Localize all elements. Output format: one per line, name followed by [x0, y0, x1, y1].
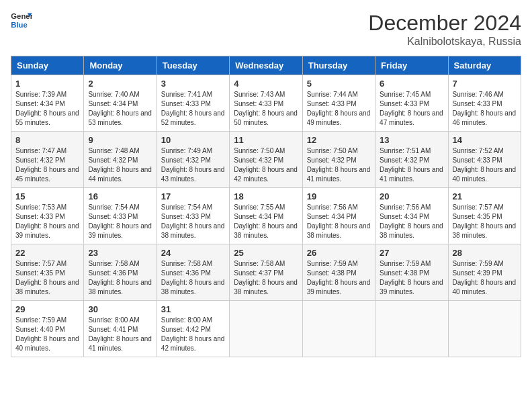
calendar-cell: 13Sunrise: 7:51 AMSunset: 4:32 PMDayligh…: [375, 132, 448, 188]
calendar-cell: 15Sunrise: 7:53 AMSunset: 4:33 PMDayligh…: [11, 188, 84, 244]
calendar-cell: 25Sunrise: 7:58 AMSunset: 4:37 PMDayligh…: [230, 244, 302, 301]
cell-text: Sunrise: 7:53 AMSunset: 4:33 PMDaylight:…: [15, 203, 79, 239]
calendar-cell: 10Sunrise: 7:49 AMSunset: 4:32 PMDayligh…: [157, 132, 229, 188]
day-number: 24: [161, 248, 225, 258]
day-number: 13: [380, 135, 443, 145]
calendar-cell: 19Sunrise: 7:56 AMSunset: 4:34 PMDayligh…: [302, 188, 375, 244]
calendar-cell: 6Sunrise: 7:45 AMSunset: 4:33 PMDaylight…: [375, 75, 448, 132]
day-number: 15: [15, 191, 79, 201]
calendar-day-header: Friday: [375, 56, 448, 75]
calendar-cell: [302, 301, 375, 357]
cell-text: Sunrise: 7:57 AMSunset: 4:35 PMDaylight:…: [453, 203, 517, 239]
cell-text: Sunrise: 7:56 AMSunset: 4:34 PMDaylight:…: [380, 203, 443, 239]
day-number: 16: [88, 191, 152, 201]
logo: General Blue: [11, 11, 32, 30]
cell-text: Sunrise: 7:50 AMSunset: 4:32 PMDaylight:…: [234, 147, 298, 183]
calendar-cell: 2Sunrise: 7:40 AMSunset: 4:34 PMDaylight…: [84, 75, 157, 132]
calendar-cell: 26Sunrise: 7:59 AMSunset: 4:38 PMDayligh…: [302, 244, 375, 301]
calendar-cell: 14Sunrise: 7:52 AMSunset: 4:33 PMDayligh…: [448, 132, 521, 188]
day-number: 3: [161, 79, 225, 89]
cell-text: Sunrise: 7:40 AMSunset: 4:34 PMDaylight:…: [88, 91, 152, 126]
calendar-cell: 5Sunrise: 7:44 AMSunset: 4:33 PMDaylight…: [302, 75, 375, 132]
cell-text: Sunrise: 7:59 AMSunset: 4:38 PMDaylight:…: [380, 260, 443, 295]
day-number: 18: [234, 191, 298, 201]
day-number: 28: [453, 248, 517, 258]
day-number: 6: [380, 79, 443, 89]
cell-text: Sunrise: 7:56 AMSunset: 4:34 PMDaylight:…: [307, 203, 371, 239]
cell-text: Sunrise: 7:51 AMSunset: 4:32 PMDaylight:…: [380, 147, 443, 183]
calendar-cell: 3Sunrise: 7:41 AMSunset: 4:33 PMDaylight…: [157, 75, 229, 132]
day-number: 29: [15, 304, 79, 314]
cell-text: Sunrise: 8:00 AMSunset: 4:41 PMDaylight:…: [88, 316, 152, 352]
cell-text: Sunrise: 7:48 AMSunset: 4:32 PMDaylight:…: [88, 147, 152, 183]
day-number: 11: [234, 135, 298, 145]
day-number: 25: [234, 248, 298, 258]
day-number: 17: [161, 191, 225, 201]
calendar-week-row: 8Sunrise: 7:47 AMSunset: 4:32 PMDaylight…: [11, 132, 521, 188]
page-header: General Blue December 2024 Kalnibolotska…: [11, 11, 521, 48]
calendar-week-row: 29Sunrise: 7:59 AMSunset: 4:40 PMDayligh…: [11, 301, 521, 357]
cell-text: Sunrise: 7:58 AMSunset: 4:37 PMDaylight:…: [234, 260, 298, 295]
calendar-cell: 29Sunrise: 7:59 AMSunset: 4:40 PMDayligh…: [11, 301, 84, 357]
calendar-cell: 30Sunrise: 8:00 AMSunset: 4:41 PMDayligh…: [84, 301, 157, 357]
calendar-cell: 31Sunrise: 8:00 AMSunset: 4:42 PMDayligh…: [157, 301, 229, 357]
cell-text: Sunrise: 8:00 AMSunset: 4:42 PMDaylight:…: [161, 316, 225, 352]
cell-text: Sunrise: 7:57 AMSunset: 4:35 PMDaylight:…: [15, 260, 79, 295]
calendar-cell: 27Sunrise: 7:59 AMSunset: 4:38 PMDayligh…: [375, 244, 448, 301]
calendar-week-row: 15Sunrise: 7:53 AMSunset: 4:33 PMDayligh…: [11, 188, 521, 244]
cell-text: Sunrise: 7:47 AMSunset: 4:32 PMDaylight:…: [15, 147, 79, 183]
day-number: 22: [15, 248, 79, 258]
calendar-header-row: SundayMondayTuesdayWednesdayThursdayFrid…: [11, 56, 521, 75]
month-title: December 2024: [368, 11, 521, 36]
calendar-cell: [375, 301, 448, 357]
calendar-cell: 21Sunrise: 7:57 AMSunset: 4:35 PMDayligh…: [448, 188, 521, 244]
calendar-day-header: Monday: [84, 56, 157, 75]
day-number: 4: [234, 79, 298, 89]
calendar-day-header: Saturday: [448, 56, 521, 75]
calendar-cell: 1Sunrise: 7:39 AMSunset: 4:34 PMDaylight…: [11, 75, 84, 132]
day-number: 31: [161, 304, 225, 314]
day-number: 26: [307, 248, 371, 258]
calendar-cell: 22Sunrise: 7:57 AMSunset: 4:35 PMDayligh…: [11, 244, 84, 301]
calendar-cell: 28Sunrise: 7:59 AMSunset: 4:39 PMDayligh…: [448, 244, 521, 301]
cell-text: Sunrise: 7:58 AMSunset: 4:36 PMDaylight:…: [161, 260, 225, 295]
calendar-body: 1Sunrise: 7:39 AMSunset: 4:34 PMDaylight…: [11, 75, 521, 357]
day-number: 2: [88, 79, 152, 89]
day-number: 12: [307, 135, 371, 145]
calendar-cell: 23Sunrise: 7:58 AMSunset: 4:36 PMDayligh…: [84, 244, 157, 301]
calendar-cell: 18Sunrise: 7:55 AMSunset: 4:34 PMDayligh…: [230, 188, 302, 244]
cell-text: Sunrise: 7:39 AMSunset: 4:34 PMDaylight:…: [15, 91, 79, 126]
day-number: 23: [88, 248, 152, 258]
cell-text: Sunrise: 7:43 AMSunset: 4:33 PMDaylight:…: [234, 91, 298, 126]
calendar-day-header: Wednesday: [230, 56, 302, 75]
svg-text:Blue: Blue: [11, 21, 28, 29]
calendar-cell: 9Sunrise: 7:48 AMSunset: 4:32 PMDaylight…: [84, 132, 157, 188]
day-number: 1: [15, 79, 79, 89]
day-number: 21: [453, 191, 517, 201]
cell-text: Sunrise: 7:54 AMSunset: 4:33 PMDaylight:…: [88, 203, 152, 239]
cell-text: Sunrise: 7:59 AMSunset: 4:38 PMDaylight:…: [307, 260, 371, 295]
day-number: 19: [307, 191, 371, 201]
cell-text: Sunrise: 7:41 AMSunset: 4:33 PMDaylight:…: [161, 91, 225, 126]
calendar-cell: 4Sunrise: 7:43 AMSunset: 4:33 PMDaylight…: [230, 75, 302, 132]
day-number: 20: [380, 191, 443, 201]
location: Kalnibolotskaya, Russia: [368, 36, 521, 48]
calendar-cell: 17Sunrise: 7:54 AMSunset: 4:33 PMDayligh…: [157, 188, 229, 244]
cell-text: Sunrise: 7:54 AMSunset: 4:33 PMDaylight:…: [161, 203, 225, 239]
day-number: 27: [380, 248, 443, 258]
calendar-cell: 8Sunrise: 7:47 AMSunset: 4:32 PMDaylight…: [11, 132, 84, 188]
title-section: December 2024 Kalnibolotskaya, Russia: [368, 11, 521, 48]
cell-text: Sunrise: 7:59 AMSunset: 4:40 PMDaylight:…: [15, 316, 79, 352]
calendar-week-row: 22Sunrise: 7:57 AMSunset: 4:35 PMDayligh…: [11, 244, 521, 301]
calendar-table: SundayMondayTuesdayWednesdayThursdayFrid…: [11, 56, 521, 357]
calendar-cell: 7Sunrise: 7:46 AMSunset: 4:33 PMDaylight…: [448, 75, 521, 132]
calendar-cell: 11Sunrise: 7:50 AMSunset: 4:32 PMDayligh…: [230, 132, 302, 188]
calendar-cell: 16Sunrise: 7:54 AMSunset: 4:33 PMDayligh…: [84, 188, 157, 244]
calendar-day-header: Sunday: [11, 56, 84, 75]
day-number: 14: [453, 135, 517, 145]
calendar-cell: [230, 301, 302, 357]
cell-text: Sunrise: 7:45 AMSunset: 4:33 PMDaylight:…: [380, 91, 443, 126]
calendar-cell: 20Sunrise: 7:56 AMSunset: 4:34 PMDayligh…: [375, 188, 448, 244]
cell-text: Sunrise: 7:49 AMSunset: 4:32 PMDaylight:…: [161, 147, 225, 183]
cell-text: Sunrise: 7:46 AMSunset: 4:33 PMDaylight:…: [453, 91, 517, 126]
